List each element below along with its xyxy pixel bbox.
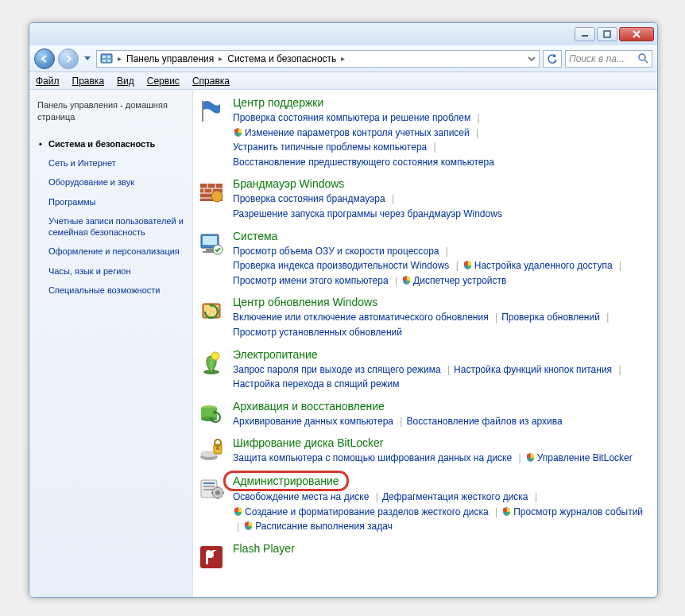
task-link[interactable]: Расписание выполнения задач	[243, 521, 393, 532]
menu-file[interactable]: Файл	[36, 76, 60, 87]
task-link[interactable]: Дефрагментация жесткого диска	[382, 491, 528, 502]
category-title[interactable]: Система	[233, 230, 277, 242]
category: АдминистрированиеОсвобождение места на д…	[198, 474, 646, 534]
task-link[interactable]: Управление BitLocker	[525, 452, 633, 463]
admin-icon	[198, 475, 225, 502]
svg-rect-22	[206, 249, 214, 251]
sidebar-item[interactable]: Учетные записи пользователей и семейная …	[37, 211, 184, 242]
sidebar-item[interactable]: Программы	[37, 192, 184, 211]
forward-button[interactable]	[58, 48, 79, 69]
sidebar-item[interactable]: Оборудование и звук	[37, 172, 184, 192]
sidebar-item[interactable]: Специальные возможности	[37, 281, 184, 300]
category-title[interactable]: Брандмауэр Windows	[233, 177, 344, 190]
task-link[interactable]: Настройка перехода в спящий режим	[233, 378, 399, 389]
category-title[interactable]: Архивация и восстановление	[233, 400, 385, 413]
separator: |	[515, 452, 525, 463]
task-link[interactable]: Проверка обновлений	[501, 312, 600, 323]
task-link[interactable]: Настройка функций кнопок питания	[454, 364, 612, 375]
category-title[interactable]: Электропитание	[233, 348, 318, 361]
task-link[interactable]: Освобождение места на диске	[233, 491, 369, 502]
task-link[interactable]: Просмотр установленных обновлений	[233, 327, 402, 338]
svg-rect-1	[604, 31, 610, 37]
search-icon	[638, 53, 648, 64]
back-button[interactable]	[34, 48, 55, 69]
search-input[interactable]: Поиск в па...	[565, 50, 652, 68]
task-link[interactable]: Проверка индекса производительности Wind…	[233, 260, 449, 271]
close-button[interactable]	[619, 27, 654, 41]
task-link[interactable]: Настройка удаленного доступа	[462, 260, 613, 271]
separator: |	[388, 193, 398, 204]
separator: |	[614, 364, 625, 375]
separator: |	[430, 141, 440, 153]
task-link[interactable]: Включение или отключение автоматического…	[233, 312, 489, 323]
sidebar-list: Система и безопасностьСеть и ИнтернетОбо…	[37, 134, 184, 300]
breadcrumb-root[interactable]: Панель управления	[126, 53, 214, 64]
history-dropdown-icon[interactable]	[82, 52, 93, 66]
category-title[interactable]: Администрирование	[226, 474, 346, 488]
separator: |	[472, 127, 482, 138]
svg-rect-6	[107, 56, 110, 58]
flag-icon	[198, 98, 225, 125]
category: СистемаПросмотр объема ОЗУ и скорости пр…	[198, 230, 646, 289]
separator: |	[474, 112, 484, 123]
task-list: Проверка состояния брандмауэра |Разрешен…	[233, 192, 646, 221]
svg-point-41	[215, 490, 220, 495]
task-link[interactable]: Проверка состояния компьютера и решение …	[233, 112, 470, 123]
sidebar-item[interactable]: Часы, язык и регион	[37, 262, 184, 281]
minimize-button[interactable]	[575, 27, 595, 41]
task-link[interactable]: Изменение параметров контроля учетных за…	[233, 127, 470, 138]
task-link[interactable]: Архивирование данных компьютера	[233, 416, 393, 427]
sidebar-item[interactable]: Оформление и персонализация	[37, 242, 184, 261]
navbar: ▸ Панель управления ▸ Система и безопасн…	[29, 45, 657, 72]
maximize-button[interactable]	[597, 27, 617, 41]
category-title[interactable]: Центр обновления Windows	[233, 296, 377, 308]
task-link[interactable]: Восстановление файлов из архива	[406, 416, 562, 427]
control-panel-icon	[100, 52, 113, 65]
task-list: Проверка состояния компьютера и решение …	[233, 110, 646, 169]
task-link[interactable]: Защита компьютера с помощью шифрования д…	[233, 452, 512, 463]
wall-icon	[198, 179, 225, 206]
breadcrumb-current[interactable]: Система и безопасность	[227, 53, 336, 64]
category: Центр поддержкиПроверка состояния компью…	[198, 96, 646, 169]
sidebar-home-link[interactable]: Панель управления - домашняя страница	[37, 99, 184, 123]
menu-help[interactable]: Справка	[192, 76, 230, 87]
menu-edit[interactable]: Правка	[72, 76, 105, 87]
task-link[interactable]: Устранить типичные проблемы компьютера	[233, 141, 427, 153]
menu-view[interactable]: Вид	[117, 76, 134, 87]
separator: |	[602, 312, 613, 323]
chevron-right-icon: ▸	[339, 54, 346, 63]
task-link[interactable]: Просмотр объема ОЗУ и скорости процессор…	[233, 246, 439, 257]
task-list: Запрос пароля при выходе из спящего режи…	[233, 362, 646, 392]
task-link[interactable]: Диспетчер устройств	[401, 275, 506, 286]
task-link[interactable]: Просмотр имени этого компьютера	[233, 275, 389, 286]
search-placeholder: Поиск в па...	[569, 53, 625, 64]
task-link[interactable]: Разрешение запуска программы через бранд…	[233, 208, 502, 219]
chevron-right-icon: ▸	[217, 54, 224, 63]
task-link[interactable]: Восстановление предшествующего состояния…	[233, 157, 494, 168]
category-title[interactable]: Шифрование диска BitLocker	[233, 436, 384, 449]
separator: |	[396, 416, 406, 427]
sidebar: Панель управления - домашняя страница Си…	[29, 90, 193, 597]
menu-bar: Файл Правка Вид Сервис Справка	[29, 72, 657, 90]
category-title[interactable]: Flash Player	[233, 542, 295, 555]
separator: |	[372, 491, 382, 502]
sidebar-item[interactable]: Сеть и Интернет	[37, 153, 184, 172]
task-link[interactable]: Создание и форматирование разделов жестк…	[233, 506, 489, 517]
sidebar-item[interactable]: Система и безопасность	[37, 134, 184, 153]
chevron-down-icon[interactable]	[528, 55, 536, 63]
task-link[interactable]: Просмотр журналов событий	[501, 506, 643, 517]
category: Flash Player	[198, 542, 646, 571]
backup-icon	[198, 401, 225, 428]
separator: |	[491, 312, 501, 323]
refresh-button[interactable]	[543, 50, 562, 68]
category-title[interactable]: Центр поддержки	[233, 96, 323, 109]
main-content: Центр поддержкиПроверка состояния компью…	[193, 90, 657, 597]
svg-point-19	[211, 191, 223, 202]
category: Центр обновления WindowsВключение или от…	[198, 296, 646, 339]
category: Архивация и восстановлениеАрхивирование …	[198, 400, 646, 429]
address-bar[interactable]: ▸ Панель управления ▸ Система и безопасн…	[96, 50, 540, 68]
task-link[interactable]: Проверка состояния брандмауэра	[233, 193, 385, 204]
task-link[interactable]: Запрос пароля при выходе из спящего режи…	[233, 364, 441, 375]
menu-tools[interactable]: Сервис	[147, 76, 180, 87]
svg-rect-38	[203, 486, 215, 487]
